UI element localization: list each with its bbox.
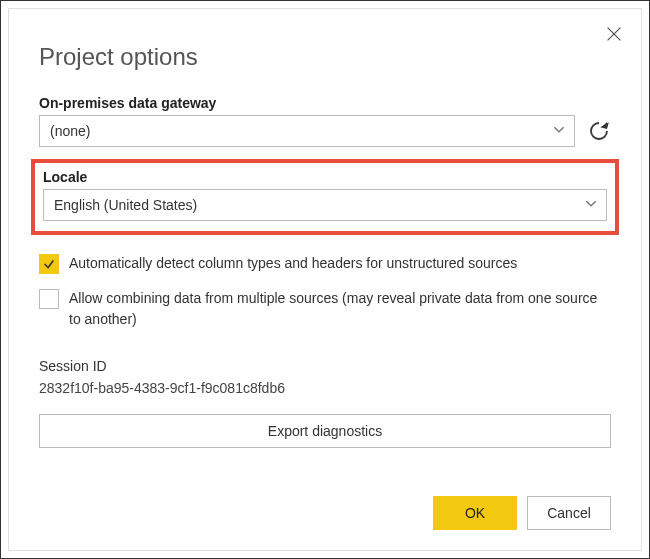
project-options-dialog: Project options On-premises data gateway… (8, 8, 642, 551)
dialog-title: Project options (39, 43, 611, 71)
allow-combining-checkbox[interactable] (39, 289, 59, 309)
chevron-down-icon (552, 123, 566, 140)
gateway-value: (none) (50, 123, 90, 139)
gateway-label: On-premises data gateway (39, 95, 611, 111)
refresh-icon[interactable] (587, 119, 611, 143)
session-id-label: Session ID (39, 358, 611, 374)
close-icon[interactable] (603, 23, 625, 45)
export-diagnostics-button[interactable]: Export diagnostics (39, 414, 611, 448)
locale-value: English (United States) (54, 197, 197, 213)
auto-detect-checkbox[interactable] (39, 254, 59, 274)
cancel-button[interactable]: Cancel (527, 496, 611, 530)
locale-highlight: Locale English (United States) (31, 159, 619, 235)
allow-combining-label: Allow combining data from multiple sourc… (69, 288, 611, 330)
chevron-down-icon (584, 197, 598, 214)
auto-detect-label: Automatically detect column types and he… (69, 253, 517, 274)
gateway-dropdown[interactable]: (none) (39, 115, 575, 147)
locale-dropdown[interactable]: English (United States) (43, 189, 607, 221)
locale-label: Locale (43, 169, 607, 185)
session-id-value: 2832f10f-ba95-4383-9cf1-f9c081c8fdb6 (39, 380, 611, 396)
ok-button[interactable]: OK (433, 496, 517, 530)
